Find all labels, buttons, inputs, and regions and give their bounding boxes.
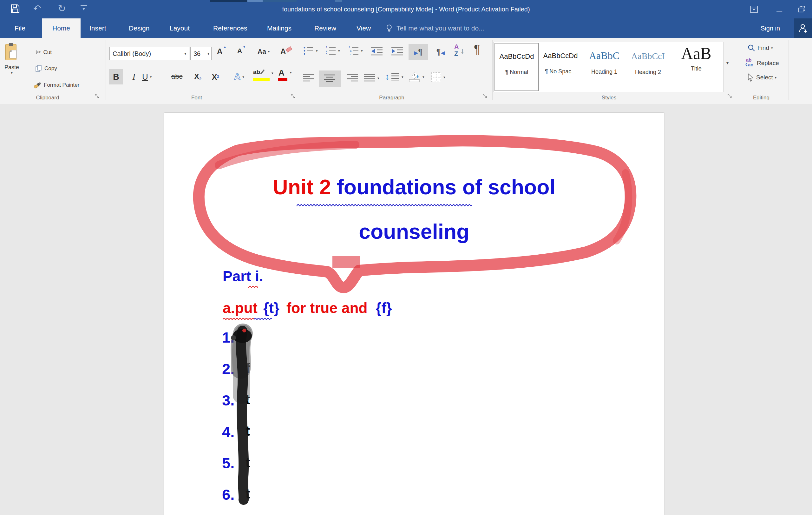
svg-text:2: 2 [326,49,327,52]
style-name: Heading 2 [627,69,670,76]
pen-icon [259,68,266,75]
cursor-arrow-icon [747,73,754,82]
group-separator [788,40,789,100]
tab-design[interactable]: Design [127,19,151,38]
style-heading2[interactable]: AaBbCcI Heading 2 [627,44,670,89]
paragraph-group-label: Paragraph [363,94,420,102]
grow-font-icon: A [217,47,222,56]
style-title[interactable]: AaB Title [670,44,722,89]
font-color-icon: A [279,68,285,78]
rtl-direction-button[interactable]: ¶◀ [431,44,450,60]
increase-indent-button[interactable] [391,46,403,56]
underline-button[interactable]: U ▾ [142,69,152,84]
restore-button[interactable] [797,4,808,14]
ltr-icon: ▶ [414,50,418,56]
chevron-down-icon: ▾ [268,50,270,54]
underline-icon: U [142,72,148,82]
font-color-bar [278,78,287,81]
account-button[interactable] [794,19,812,38]
shading-button[interactable]: ▾ [408,71,425,83]
tab-review[interactable]: Review [313,19,338,38]
subscript-button[interactable]: X2 [194,69,201,84]
tab-mailings[interactable]: Mailings [265,19,293,38]
copy-label: Copy [45,65,57,72]
chevron-down-icon: ▾ [423,75,425,79]
find-button[interactable]: Find ▾ [747,44,773,52]
group-separator [745,40,745,100]
numbered-list-icon: 123 [325,46,336,56]
style-no-spacing[interactable]: AaBbCcDd ¶ No Spac... [539,44,582,89]
paint-bucket-icon [408,71,420,83]
chevron-down-icon: ▾ [443,75,445,79]
align-center-icon [319,71,341,83]
strikethrough-button[interactable]: abc [171,69,182,84]
black-marker-redaction [231,329,252,500]
tab-references[interactable]: References [211,19,249,38]
bold-button[interactable]: B [109,69,123,84]
numbering-button[interactable]: 123 ▾ [325,46,340,56]
minimize-button[interactable]: — [774,8,785,17]
justify-icon [364,74,376,83]
font-name-input[interactable]: Calibri (Body) ▾ [110,47,189,60]
tab-layout[interactable]: Layout [168,19,192,38]
tab-file[interactable]: File [13,19,27,38]
search-icon [747,44,756,52]
italic-button[interactable]: I [128,69,140,84]
shrink-font-button[interactable]: A ▼ [237,47,242,55]
paragraph-dialog-launcher[interactable] [483,94,488,99]
replace-button[interactable]: ab ac Replace [745,58,779,68]
align-right-button[interactable] [346,74,358,83]
style-sample: AaBbCcDd [495,52,538,61]
style-heading1[interactable]: AaBbC Heading 1 [583,44,626,89]
superscript-button[interactable]: X2 [212,69,219,84]
arrow-down-icon: ▼ [243,45,246,49]
font-color-button[interactable]: A ▾ [279,68,285,78]
align-left-button[interactable] [303,74,315,83]
clipboard-dialog-launcher[interactable] [95,94,100,99]
ribbon-home: Paste ▾ ✂ Cut Copy Format Painte [0,38,812,104]
line-spacing-button[interactable]: ↕ ▾ [385,72,403,82]
tab-view[interactable]: View [355,19,373,38]
chevron-down-icon: ▾ [184,47,186,60]
sort-button[interactable]: A Z ↓ [454,45,467,60]
tab-insert[interactable]: Insert [88,19,108,38]
clear-formatting-button[interactable]: A [281,47,286,56]
font-dialog-launcher[interactable] [291,94,296,99]
highlight-button[interactable]: ab ▾ [253,69,260,76]
tab-home[interactable]: Home [42,19,81,38]
bullets-button[interactable]: ▾ [303,46,318,56]
window-title: foundations of school counseling [Compat… [0,0,812,19]
select-button[interactable]: Select ▾ [747,73,777,82]
sign-in-button[interactable]: Sign in [761,19,780,38]
arrow-up-icon: ▲ [223,45,227,49]
svg-text:i: i [350,53,350,56]
multilevel-list-icon: 1ai [348,46,359,56]
font-size-input[interactable]: 36 ▾ [190,47,211,60]
ltr-direction-button[interactable]: ▶¶ [409,44,428,60]
paste-button[interactable]: Paste ▾ [3,40,21,91]
style-sample: AaBbCcI [627,51,670,61]
borders-button[interactable]: ▾ [431,72,445,83]
decrease-indent-button[interactable] [371,46,383,56]
show-marks-button[interactable]: ¶ [474,43,480,56]
styles-gallery-more-button[interactable]: ▾ [726,60,729,65]
text-effects-button[interactable]: A ▾ [234,69,244,84]
copy-button[interactable]: Copy [35,65,57,73]
change-case-button[interactable]: Aa ▾ [258,48,270,55]
sort-icon: A Z ↓ [454,45,467,60]
tell-me-box[interactable]: Tell me what you want to do... [397,19,484,38]
align-center-button[interactable] [319,71,341,87]
tab-home-label: Home [42,19,81,38]
styles-dialog-launcher[interactable] [728,94,733,99]
scissors-icon: ✂ [35,48,41,56]
paste-label: Paste [3,64,21,71]
chevron-down-icon: ▾ [402,75,403,79]
multilevel-list-button[interactable]: 1ai ▾ [348,46,363,56]
style-normal[interactable]: AaBbCcDd ¶ Normal [494,43,539,91]
format-painter-button[interactable]: Format Painter [34,81,79,89]
justify-button[interactable]: ▾ [364,74,379,83]
grow-font-button[interactable]: A ▲ [217,47,222,56]
chevron-down-icon: ▾ [271,71,273,75]
ribbon-display-options-button[interactable] [749,4,760,14]
cut-button[interactable]: ✂ Cut [35,48,52,56]
